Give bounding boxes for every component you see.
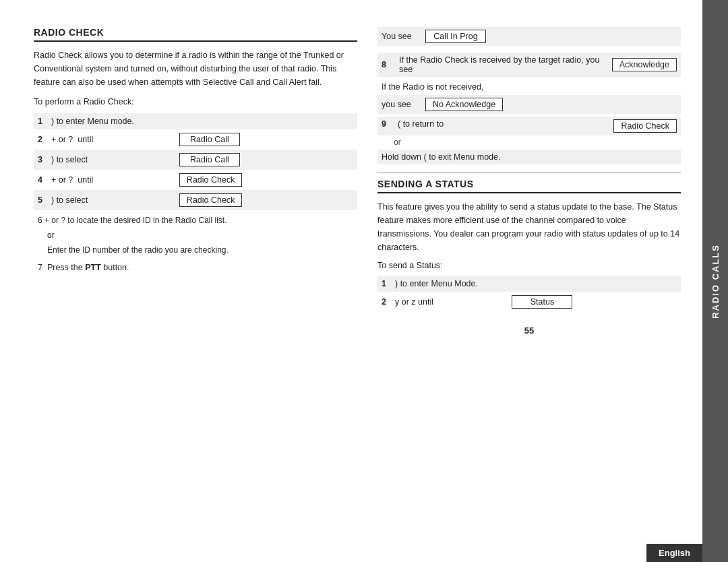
step-1-num: 1 <box>34 113 47 129</box>
radio-check-badge-2: Radio Check <box>179 193 243 207</box>
step-8-text: If the Radio Check is received by the ta… <box>399 55 605 74</box>
table-row: 5 ) to select Radio Check <box>34 190 357 210</box>
radio-call-badge-1: Radio Call <box>179 133 240 146</box>
step-4-num: 4 <box>34 170 47 190</box>
table-row: 1 ) to enter Menu Mode. <box>377 276 681 292</box>
you-see-label-2: you see <box>382 100 419 109</box>
step-9-num: 9 <box>382 119 392 129</box>
sending-description: This feature gives you the ability to se… <box>377 200 681 254</box>
not-received-badge-row: you see No Acknowledge <box>377 95 681 114</box>
step-6-or: or <box>34 229 357 241</box>
call-in-prog-badge: Call In Prog <box>425 30 486 43</box>
not-received-section: If the Radio is not received, <box>377 79 681 95</box>
table-row: 2 + or ? until Radio Call <box>34 129 357 150</box>
main-content: Radio Check Radio Check allows you to de… <box>0 0 702 562</box>
not-received-label: If the Radio is not received, <box>382 82 677 92</box>
table-row: 2 y or z until Status <box>377 292 681 312</box>
status-badge: Status <box>512 295 572 309</box>
step-2-desc: + or ? until <box>47 129 175 150</box>
radio-check-badge-1: Radio Check <box>179 173 243 187</box>
separator <box>377 173 681 173</box>
table-row: 3 ) to select Radio Call <box>34 150 357 170</box>
sending-steps-table: 1 ) to enter Menu Mode. 2 y or z until S… <box>377 276 681 312</box>
ptt-bold: PTT <box>85 263 101 272</box>
step-7: 7 Press the PTT button. <box>34 259 357 272</box>
right-column: You see Call In Prog 8 If the Radio Chec… <box>377 27 681 542</box>
you-see-label: You see <box>382 32 419 41</box>
sending-status-heading: Sending a Status <box>377 179 681 193</box>
step-3-badge-cell: Radio Call <box>175 150 357 170</box>
step-6-note: Enter the ID number of the radio you are… <box>34 241 357 259</box>
sending-step-1-num: 1 <box>377 276 391 292</box>
step-5-desc: ) to select <box>47 190 175 210</box>
step-9-text: ( to return to <box>398 119 608 129</box>
step-8-num: 8 <box>382 60 392 69</box>
steps-table: 1 ) to enter Menu mode. 2 + or ? until R… <box>34 113 357 210</box>
table-row: 1 ) to enter Menu mode. <box>34 113 357 129</box>
radio-call-badge-2: Radio Call <box>179 153 240 166</box>
step-8-row: 8 If the Radio Check is received by the … <box>377 53 681 77</box>
radio-calls-tab: Radio Calls <box>702 0 728 562</box>
acknowledge-badge: Acknowledge <box>612 58 677 71</box>
no-acknowledge-badge: No Acknowledge <box>425 98 503 111</box>
step-4-badge-cell: Radio Check <box>175 170 357 190</box>
step-2-badge-cell: Radio Call <box>175 129 357 150</box>
step-3-desc: ) to select <box>47 150 175 170</box>
step-3-num: 3 <box>34 150 47 170</box>
left-column: Radio Check Radio Check allows you to de… <box>34 27 357 542</box>
to-send-label: To send a Status: <box>377 261 681 270</box>
step-6-main: 6 + or ? to locate the desired ID in the… <box>34 210 357 229</box>
step-5-num: 5 <box>34 190 47 210</box>
table-row: 4 + or ? until Radio Check <box>34 170 357 190</box>
sending-step-2-desc: y or z until <box>391 292 508 312</box>
to-perform-label: To perform a Radio Check: <box>34 97 357 106</box>
step-5-badge-cell: Radio Check <box>175 190 357 210</box>
step-9-or: or <box>377 137 681 147</box>
page-container: Radio Calls English Radio Check Radio Ch… <box>0 0 728 562</box>
step-2-num: 2 <box>34 129 47 150</box>
step-1-desc: ) to enter Menu mode. <box>47 113 357 129</box>
hold-down-row: Hold down ( to exit Menu mode. <box>377 150 681 164</box>
radio-calls-tab-label: Radio Calls <box>710 244 721 319</box>
sending-step-2-num: 2 <box>377 292 391 312</box>
radio-check-description: Radio Check allows you to determine if a… <box>34 49 357 89</box>
you-see-row: You see Call In Prog <box>377 27 681 46</box>
sending-step-1-desc: ) to enter Menu Mode. <box>391 276 681 292</box>
step-9-row: 9 ( to return to Radio Check <box>377 117 681 135</box>
radio-check-badge-3: Radio Check <box>613 119 677 133</box>
page-number: 55 <box>377 325 681 336</box>
step-4-desc: + or ? until <box>47 170 175 190</box>
sending-step-2-badge-cell: Status <box>508 292 681 312</box>
radio-check-heading: Radio Check <box>34 27 357 42</box>
